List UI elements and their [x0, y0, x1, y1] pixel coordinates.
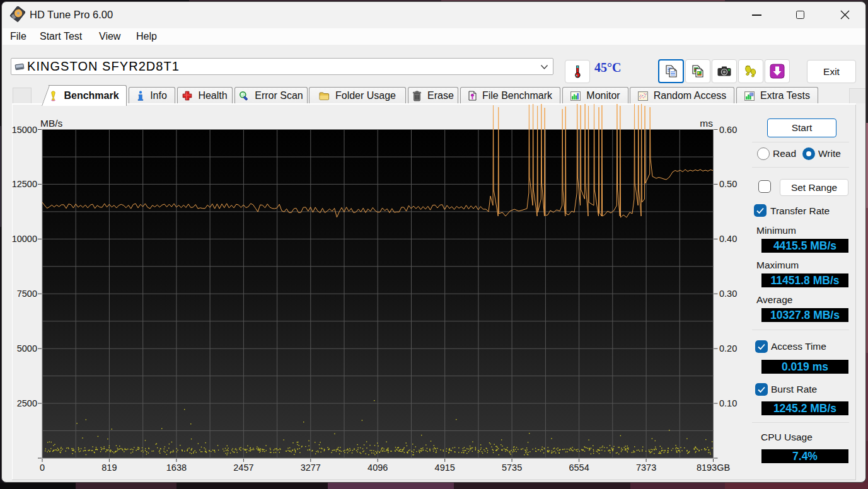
svg-text:6554: 6554 [569, 463, 589, 473]
svg-text:0.10: 0.10 [719, 398, 737, 408]
svg-text:0.20: 0.20 [719, 343, 737, 354]
svg-text:5000: 5000 [17, 343, 37, 354]
svg-text:12500: 12500 [12, 179, 37, 189]
svg-text:0: 0 [40, 463, 45, 473]
svg-text:7373: 7373 [636, 463, 656, 473]
svg-text:5735: 5735 [502, 463, 522, 473]
svg-text:0.40: 0.40 [719, 234, 737, 244]
svg-text:10000: 10000 [12, 234, 37, 244]
svg-text:ms: ms [700, 118, 713, 129]
svg-text:7500: 7500 [17, 289, 37, 299]
svg-text:819: 819 [101, 463, 117, 473]
svg-text:3277: 3277 [301, 463, 321, 473]
svg-text:0.30: 0.30 [719, 289, 737, 299]
svg-text:0.50: 0.50 [719, 179, 737, 189]
svg-text:2500: 2500 [17, 398, 37, 408]
svg-text:8193GB: 8193GB [697, 463, 730, 473]
svg-text:4096: 4096 [367, 463, 388, 473]
svg-text:1638: 1638 [166, 463, 187, 473]
svg-text:15000: 15000 [12, 125, 37, 135]
svg-text:2457: 2457 [233, 463, 253, 473]
svg-text:MB/s: MB/s [40, 118, 63, 129]
svg-text:4915: 4915 [435, 463, 455, 473]
svg-text:0.60: 0.60 [719, 125, 737, 135]
